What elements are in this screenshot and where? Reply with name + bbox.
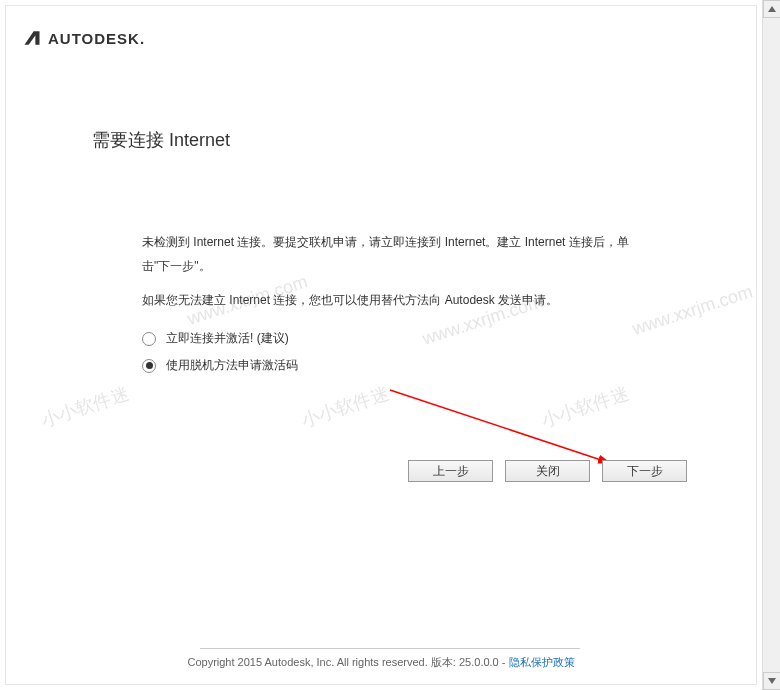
scroll-up-icon[interactable] xyxy=(763,0,780,18)
autodesk-icon xyxy=(22,28,42,48)
activation-method-radio-group: 立即连接并激活! (建议) 使用脱机方法申请激活码 xyxy=(142,330,632,374)
footer: Copyright 2015 Autodesk, Inc. All rights… xyxy=(0,655,762,670)
footer-divider xyxy=(200,648,580,649)
radio-connect-now[interactable]: 立即连接并激活! (建议) xyxy=(142,330,632,347)
radio-label: 立即连接并激活! (建议) xyxy=(166,330,289,347)
radio-label: 使用脱机方法申请激活码 xyxy=(166,357,298,374)
button-row: 上一步 关闭 下一步 xyxy=(408,460,687,482)
privacy-policy-link[interactable]: 隐私保护政策 xyxy=(509,656,575,668)
scroll-down-icon[interactable] xyxy=(763,672,780,690)
info-paragraph-2: 如果您无法建立 Internet 连接，您也可以使用替代方法向 Autodesk… xyxy=(142,288,632,312)
version-value: 25.0.0.0 xyxy=(459,656,499,668)
back-button[interactable]: 上一步 xyxy=(408,460,493,482)
next-button[interactable]: 下一步 xyxy=(602,460,687,482)
autodesk-logo: AUTODESK. xyxy=(22,28,145,48)
copyright-text: Copyright 2015 Autodesk, Inc. All rights… xyxy=(187,656,427,668)
radio-icon xyxy=(142,359,156,373)
scrollbar[interactable] xyxy=(762,0,780,690)
close-button[interactable]: 关闭 xyxy=(505,460,590,482)
version-label: 版本: xyxy=(431,656,456,668)
radio-icon xyxy=(142,332,156,346)
content-area: 未检测到 Internet 连接。要提交联机申请，请立即连接到 Internet… xyxy=(142,230,632,384)
page-title: 需要连接 Internet xyxy=(92,128,230,152)
info-paragraph-1: 未检测到 Internet 连接。要提交联机申请，请立即连接到 Internet… xyxy=(142,230,632,278)
autodesk-wordmark: AUTODESK. xyxy=(48,30,145,47)
radio-offline-method[interactable]: 使用脱机方法申请激活码 xyxy=(142,357,632,374)
footer-separator: - xyxy=(502,656,506,668)
